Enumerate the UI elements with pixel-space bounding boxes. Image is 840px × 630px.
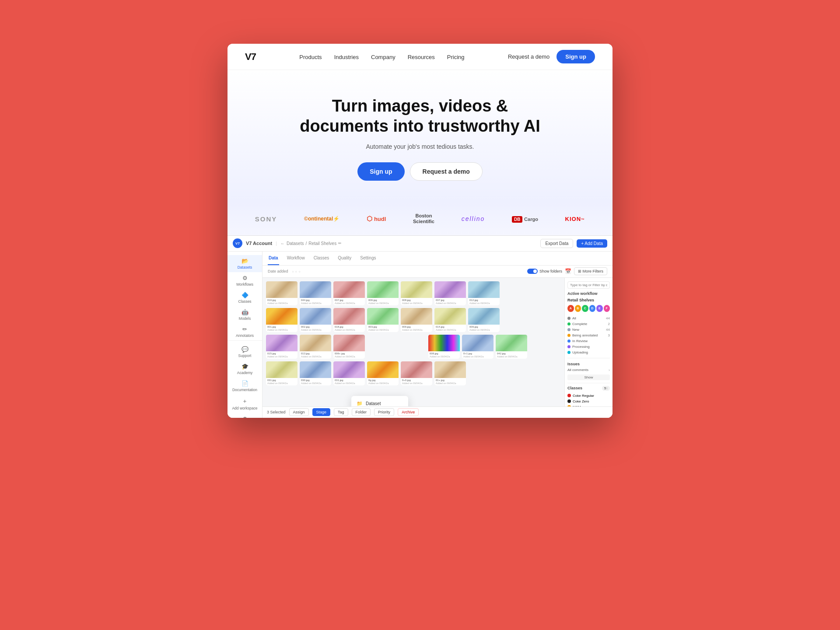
list-item[interactable]: 0+1.jpgAdded on 09/04/2a [462,335,494,359]
classes-section-title: Classes 5↑ [567,386,610,391]
status-row-all[interactable]: All 44 [567,315,610,321]
status-row-in-review[interactable]: In Review [567,338,610,344]
logo-boston-scientific: BostonScientific [413,213,434,224]
hero-signup-button[interactable]: Sign up [357,162,404,181]
list-item[interactable]: 031.jpgAdded on 09/04/2a [333,361,365,385]
tab-workflow[interactable]: Workflow [286,252,306,266]
list-item[interactable]: 013.jpgAdded on 09/04/2a [300,335,331,359]
app-topbar-right: Export Data + Add Data [540,239,607,248]
logo-kion: KION™ [565,216,585,222]
calendar-icon: 📅 [565,268,571,274]
nav-products[interactable]: Products [299,54,322,60]
tab-classes[interactable]: Classes [313,252,330,266]
list-item[interactable]: 037.jpgAdded on 09/04/2a [333,281,365,305]
status-row-new[interactable]: New 44 [567,327,610,332]
all-comments-row[interactable]: All comments › [567,367,610,373]
list-item[interactable]: 018.jpgAdded on 09/04/2a [333,308,365,332]
tab-data[interactable]: Data [268,252,279,266]
logos-bar: SONY ©ontinental⚡ ⬡ hudl BostonScientifi… [228,203,612,235]
sidebar-item-models[interactable]: 🤖 Models [228,306,262,323]
sidebar-item-support[interactable]: 💬 Support [228,343,262,360]
app-sidebar: 📂 Datasets ⚙ Workflows 🔷 Classes 🤖 Model… [228,252,262,418]
nav-industries[interactable]: Industries [334,54,359,60]
list-item[interactable]: 008.jpgAdded on 09/04/2a [428,335,460,359]
show-button[interactable]: Show [567,374,610,380]
breadcrumb-edit-icon[interactable]: ✏ [338,241,342,245]
add-data-button[interactable]: + Add Data [577,239,607,248]
nav-signup-button[interactable]: Sign up [556,50,595,63]
list-item[interactable]: 044.jpgAdded on 09/04/2a [300,281,331,305]
status-row-being-annotated[interactable]: Being annotated 3 [567,332,610,338]
list-item[interactable]: 008.jpgAdded on 09/04/2a [401,281,432,305]
list-item[interactable]: 009.jpgAdded on 09/04/2a [468,308,500,332]
avatar-1: A [567,305,574,312]
context-item-dataset[interactable]: 📁 Dataset [351,399,408,406]
tab-quality[interactable]: Quality [337,252,352,266]
list-item[interactable]: 010.jpgAdded on 09/04/2a [266,281,298,305]
sidebar-item-workflows[interactable]: ⚙ Workflows [228,272,262,289]
stage-button[interactable]: Stage [312,408,331,416]
app-tabs: Data Workflow Classes Quality Settings [262,252,612,266]
nav-pricing[interactable]: Pricing [447,54,465,60]
class-row-coke-zero[interactable]: Coke Zero [567,399,610,404]
list-item[interactable]: 012.jpgAdded on 09/04/2a [468,281,500,305]
sidebar-datasets-label: Datasets [238,265,252,270]
sidebar-item-classes[interactable]: 🔷 Classes [228,289,262,306]
list-item[interactable]: 030.jpgAdded on 09/04/2a [300,361,331,385]
breadcrumb-back[interactable]: ← [280,241,285,246]
app-bottombar: 3 Selected Assign Stage Tag Folder Prior… [262,406,612,418]
class-color-coke-zero [567,399,571,403]
list-item[interactable]: 0+0.jpgAdded on 09/04/2a [401,361,432,385]
list-item[interactable]: 01+.jpgAdded on 09/04/2a [434,361,466,385]
status-row-uploading[interactable]: Uploading [567,350,610,355]
priority-button[interactable]: Priority [374,408,394,416]
more-filters-button[interactable]: ⊞ More Filters [574,267,607,275]
date-filter-label[interactable]: Date added [268,269,288,273]
sidebar-item-settings[interactable]: ⚙ Settings [228,413,262,418]
list-item[interactable]: 031.jpgAdded on 09/04/2a [266,361,298,385]
show-folders-toggle[interactable]: Show folders [527,269,562,274]
list-item[interactable]: 006+.jpgAdded on 09/04/2a [333,335,365,359]
list-item[interactable]: 003.jpgAdded on 09/04/2a [367,308,399,332]
image-row-2: 001.jpgAdded on 09/04/2a 002.jpgAdded on… [266,308,561,332]
export-data-button[interactable]: Export Data [540,239,573,248]
image-row-3: 015.jpgAdded on 09/04/2a 013.jpgAdded on… [266,335,561,359]
nav-request-demo-button[interactable]: Request a demo [508,53,550,60]
sidebar-item-datasets[interactable]: 📂 Datasets [228,255,262,272]
list-item[interactable]: 014.jpgAdded on 09/04/2a [434,308,466,332]
sidebar-item-add-workspace[interactable]: ＋ Add workspace [228,395,262,413]
nav-company[interactable]: Company [371,54,396,60]
app-screenshot: V7 V7 Account | ← Datasets / Retail Shel… [228,235,612,418]
hero-demo-button[interactable]: Request a demo [410,162,483,181]
class-row-coke-regular[interactable]: Coke Regular [567,393,610,399]
list-item[interactable]: 009.jpgAdded on 09/04/2a [401,308,432,332]
list-item[interactable]: 001.jpgAdded on 09/04/2a [266,308,298,332]
sidebar-classes-label: Classes [238,299,251,304]
status-row-processing[interactable]: Processing [567,344,610,350]
status-row-complete[interactable]: Complete 2 [567,321,610,327]
list-item[interactable]: 0g.jpgAdded on 09/04/2a [367,361,399,385]
workflows-icon: ⚙ [242,275,248,281]
filter-search-input[interactable] [567,281,610,289]
folder-button[interactable]: Folder [352,408,371,416]
assign-button[interactable]: Assign [289,408,309,416]
classes-icon: 🔷 [242,292,248,298]
list-item[interactable]: 042.jpgAdded on 09/04/2a [496,335,527,359]
app-workspace-label[interactable]: V7 Account [246,241,272,246]
navbar: V7 Products Industries Company Resources… [228,44,612,70]
list-item[interactable]: 006.jpgAdded on 09/04/2a [367,281,399,305]
filterbar-left: Date added ⬦ ⬦ ⬦ [268,269,301,273]
archive-button[interactable]: Archive [398,408,419,416]
nav-links: Products Industries Company Resources Pr… [299,53,464,61]
list-item[interactable]: 037.jpgAdded on 09/04/2a [434,281,466,305]
sidebar-bottom: 💬 Support 🎓 Academy 📄 Documentation [228,340,262,418]
list-item[interactable]: 002.jpgAdded on 09/04/2a [300,308,331,332]
sidebar-item-annotators[interactable]: ✏ Annotators [228,323,262,340]
sidebar-item-academy[interactable]: 🎓 Academy [228,360,262,378]
sidebar-item-documentation[interactable]: 📄 Documentation [228,378,262,395]
tab-settings[interactable]: Settings [359,252,377,266]
nav-resources[interactable]: Resources [408,54,435,60]
list-item[interactable]: 015.jpgAdded on 09/04/2a [266,335,298,359]
tag-button[interactable]: Tag [334,408,348,416]
avatar-5: E [596,305,603,312]
